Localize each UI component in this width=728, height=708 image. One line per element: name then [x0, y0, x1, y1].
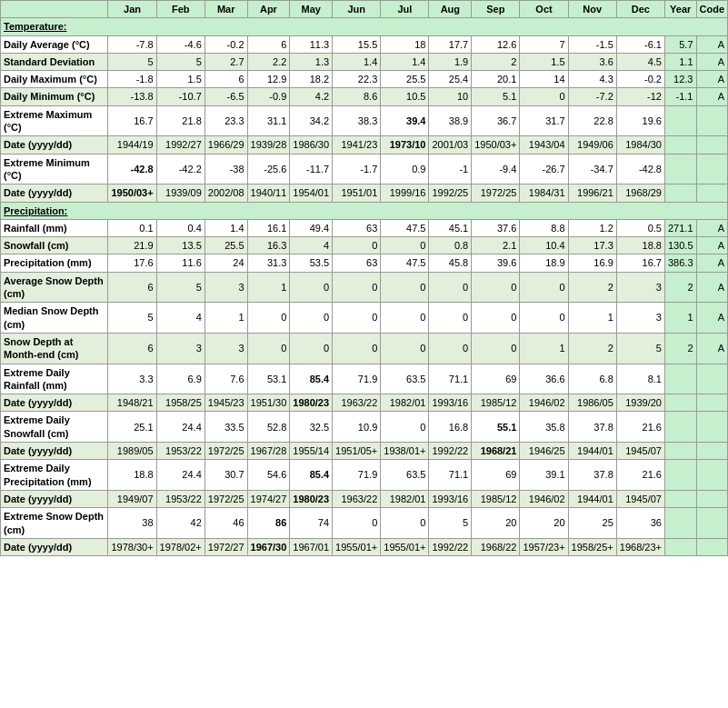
data-cell: 8.1 [616, 364, 664, 394]
data-cell [664, 364, 696, 394]
data-cell: 1992/22 [429, 443, 472, 460]
data-cell: 0 [333, 508, 381, 539]
data-cell: 1938/01+ [381, 443, 429, 460]
data-cell: 1957/23+ [520, 538, 568, 555]
data-cell: 8.6 [333, 88, 381, 105]
data-cell: 1.4 [204, 219, 247, 236]
data-cell: 20.1 [472, 71, 520, 88]
row-label: Extreme Daily Rainfall (mm) [1, 364, 108, 394]
data-cell: 0.1 [108, 219, 156, 236]
row-label: Extreme Snow Depth (cm) [1, 508, 108, 539]
data-cell: -4.6 [156, 35, 204, 53]
data-cell: -6.5 [204, 88, 247, 105]
data-cell: 24.4 [156, 412, 204, 443]
row-label: Rainfall (mm) [1, 219, 108, 236]
data-cell: 38.3 [333, 105, 381, 136]
data-cell: 63.5 [381, 460, 429, 491]
data-cell: 37.8 [568, 460, 616, 491]
data-cell: 1982/01 [381, 394, 429, 412]
data-cell [696, 490, 728, 507]
data-cell: 6.8 [568, 364, 616, 394]
data-cell: A [696, 71, 728, 88]
table-row: Daily Average (°C)-7.8-4.6-0.2611.315.51… [1, 35, 728, 53]
data-cell: 1944/01 [568, 443, 616, 460]
row-label: Average Snow Depth (cm) [1, 272, 108, 303]
data-cell: 4 [156, 303, 204, 334]
data-cell: 0 [472, 333, 520, 364]
data-cell: 39.1 [520, 460, 568, 491]
data-cell: 17.3 [568, 237, 616, 254]
data-cell: 3 [156, 333, 204, 364]
data-cell: 63 [333, 254, 381, 272]
data-cell: -1.7 [333, 154, 381, 184]
data-cell: 5 [429, 508, 472, 539]
data-cell: 7.6 [204, 364, 247, 394]
row-label: Extreme Daily Snowfall (cm) [1, 412, 108, 443]
data-cell: 1943/04 [520, 136, 568, 154]
table-row: Snow Depth at Month-end (cm)633000000125… [1, 333, 728, 364]
data-cell: 11.6 [156, 254, 204, 272]
data-cell: 1953/22 [156, 443, 204, 460]
data-cell: 16.8 [429, 412, 472, 443]
data-cell: 54.6 [247, 460, 290, 491]
table-row: Date (yyyy/dd)1989/051953/221972/251967/… [1, 443, 728, 460]
data-cell: 0 [381, 412, 429, 443]
data-cell: 3 [204, 272, 247, 303]
data-cell [696, 538, 728, 555]
data-cell [696, 154, 728, 184]
data-cell: 31.1 [247, 105, 290, 136]
table-row: Daily Maximum (°C)-1.81.5612.918.222.325… [1, 71, 728, 88]
row-label: Daily Average (°C) [1, 35, 108, 53]
data-cell: 0.4 [156, 219, 204, 236]
data-cell: 0 [472, 303, 520, 334]
data-cell: 1992/25 [429, 184, 472, 202]
data-cell: A [696, 219, 728, 236]
data-cell: 46 [204, 508, 247, 539]
data-cell: 2 [472, 53, 520, 70]
data-cell: 0.9 [381, 154, 429, 184]
data-cell: 5 [108, 303, 156, 334]
data-cell: 74 [290, 508, 333, 539]
data-cell: 33.5 [204, 412, 247, 443]
data-cell: 71.1 [429, 364, 472, 394]
data-cell: 1.4 [333, 53, 381, 70]
data-cell: 63.5 [381, 364, 429, 394]
data-cell: 16.1 [247, 219, 290, 236]
data-cell: -42.8 [108, 154, 156, 184]
section-header: Temperature: [1, 18, 728, 35]
row-label: Extreme Minimum (°C) [1, 154, 108, 184]
table-row: Median Snow Depth (cm)5410000000131A [1, 303, 728, 334]
data-cell: 1973/10 [381, 136, 429, 154]
col-header-may: May [290, 1, 333, 18]
data-cell: 24.4 [156, 460, 204, 491]
data-cell: 5 [156, 53, 204, 70]
row-label: Date (yyyy/dd) [1, 443, 108, 460]
row-label: Snow Depth at Month-end (cm) [1, 333, 108, 364]
data-cell: 1.5 [520, 53, 568, 70]
data-cell [696, 105, 728, 136]
data-cell: 4.3 [568, 71, 616, 88]
data-cell: 0 [429, 272, 472, 303]
data-cell [664, 394, 696, 412]
data-cell: -1.8 [108, 71, 156, 88]
data-cell: 20 [472, 508, 520, 539]
data-cell: 35.8 [520, 412, 568, 443]
table-row: Date (yyyy/dd)1944/191992/271966/291939/… [1, 136, 728, 154]
data-cell: 0 [381, 272, 429, 303]
data-cell [664, 184, 696, 202]
data-cell: 1951/30 [247, 394, 290, 412]
data-cell: 1946/02 [520, 394, 568, 412]
data-cell: 1.3 [290, 53, 333, 70]
data-cell: 1989/05 [108, 443, 156, 460]
data-cell: 0 [429, 303, 472, 334]
data-cell: 25.5 [381, 71, 429, 88]
data-cell: 2 [568, 272, 616, 303]
col-header-code: Code [696, 1, 728, 18]
data-cell: 0.8 [429, 237, 472, 254]
data-cell: A [696, 88, 728, 105]
data-cell: 1950/03+ [108, 184, 156, 202]
data-cell: 2.1 [472, 237, 520, 254]
table-row: Date (yyyy/dd)1949/071953/221972/251974/… [1, 490, 728, 507]
data-cell: 1986/05 [568, 394, 616, 412]
row-label: Standard Deviation [1, 53, 108, 70]
